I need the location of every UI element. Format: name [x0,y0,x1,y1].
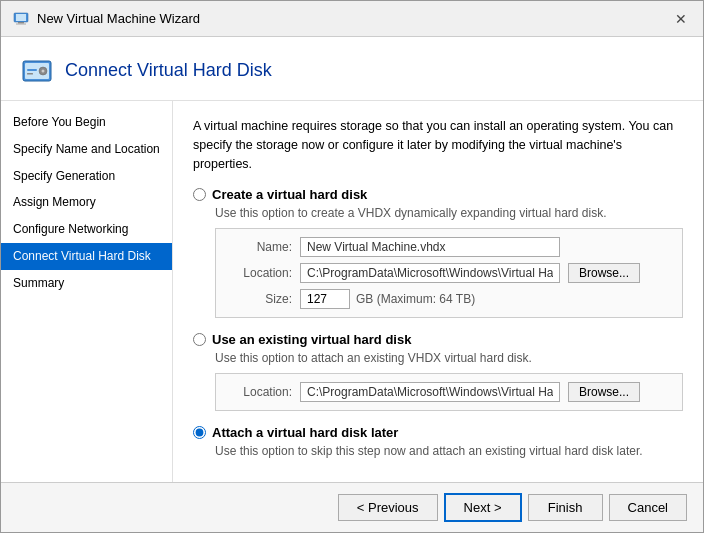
browse-button-existing[interactable]: Browse... [568,382,640,402]
page-header: Connect Virtual Hard Disk [1,37,703,101]
location-label-existing: Location: [228,385,292,399]
size-row: Size: GB (Maximum: 64 TB) [228,289,670,309]
footer: < Previous Next > Finish Cancel [1,482,703,532]
location-row-existing: Location: Browse... [228,382,670,402]
finish-button[interactable]: Finish [528,494,603,521]
next-button[interactable]: Next > [444,493,522,522]
option-create-radio-label[interactable]: Create a virtual hard disk [193,187,683,202]
content-area: Before You Begin Specify Name and Locati… [1,101,703,482]
option-later-label: Attach a virtual hard disk later [212,425,398,440]
sidebar-item-connect-vhd[interactable]: Connect Virtual Hard Disk [1,243,172,270]
sidebar: Before You Begin Specify Name and Locati… [1,101,173,482]
window-title: New Virtual Machine Wizard [37,11,200,26]
hard-disk-icon [21,55,53,87]
size-label: Size: [228,292,292,306]
option-later-group: Attach a virtual hard disk later Use thi… [193,425,683,458]
sidebar-item-specify-name[interactable]: Specify Name and Location [1,136,172,163]
close-button[interactable]: ✕ [671,9,691,29]
svg-rect-2 [18,22,24,24]
main-panel: A virtual machine requires storage so th… [173,101,703,482]
svg-rect-9 [27,73,33,75]
option-create-label: Create a virtual hard disk [212,187,367,202]
sidebar-item-before-you-begin[interactable]: Before You Begin [1,109,172,136]
existing-location-input[interactable] [300,382,560,402]
page-title: Connect Virtual Hard Disk [65,60,272,81]
sidebar-item-assign-memory[interactable]: Assign Memory [1,189,172,216]
option-create-radio[interactable] [193,188,206,201]
option-existing-group: Use an existing virtual hard disk Use th… [193,332,683,411]
svg-rect-8 [27,69,37,71]
window-icon [13,11,29,27]
option-existing-label: Use an existing virtual hard disk [212,332,411,347]
title-bar: New Virtual Machine Wizard ✕ [1,1,703,37]
sidebar-item-configure-networking[interactable]: Configure Networking [1,216,172,243]
svg-point-7 [42,69,45,72]
option-later-radio[interactable] [193,426,206,439]
option-later-description: Use this option to skip this step now an… [215,444,683,458]
option-create-description: Use this option to create a VHDX dynamic… [215,206,683,220]
option-create-details: Name: Location: Browse... Size: GB (Maxi… [215,228,683,318]
wizard-window: New Virtual Machine Wizard ✕ Connect Vir… [0,0,704,533]
option-existing-radio[interactable] [193,333,206,346]
svg-rect-3 [16,23,26,24]
vhd-name-input[interactable] [300,237,560,257]
vhd-size-input[interactable] [300,289,350,309]
intro-text: A virtual machine requires storage so th… [193,117,683,173]
option-create-group: Create a virtual hard disk Use this opti… [193,187,683,318]
name-label: Name: [228,240,292,254]
option-existing-radio-label[interactable]: Use an existing virtual hard disk [193,332,683,347]
option-existing-details: Location: Browse... [215,373,683,411]
option-existing-description: Use this option to attach an existing VH… [215,351,683,365]
browse-button-create[interactable]: Browse... [568,263,640,283]
size-input-group: GB (Maximum: 64 TB) [300,289,475,309]
option-later-radio-label[interactable]: Attach a virtual hard disk later [193,425,683,440]
sidebar-item-specify-generation[interactable]: Specify Generation [1,163,172,190]
cancel-button[interactable]: Cancel [609,494,687,521]
sidebar-item-summary[interactable]: Summary [1,270,172,297]
previous-button[interactable]: < Previous [338,494,438,521]
size-unit-label: GB (Maximum: 64 TB) [356,292,475,306]
vhd-location-input[interactable] [300,263,560,283]
svg-rect-1 [16,14,26,21]
location-row-create: Location: Browse... [228,263,670,283]
location-label-create: Location: [228,266,292,280]
name-row: Name: [228,237,670,257]
title-bar-left: New Virtual Machine Wizard [13,11,200,27]
